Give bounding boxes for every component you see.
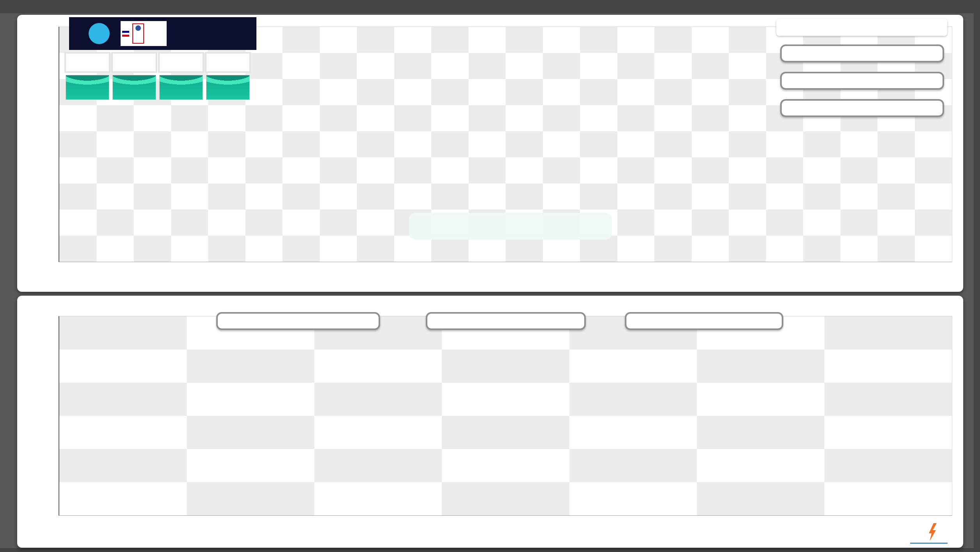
daily-consumption-stat: [780, 44, 944, 62]
ecowatt-logo-bar: [69, 17, 256, 50]
chart-date-label: [409, 213, 612, 240]
site-title: [776, 19, 947, 36]
g2e-tagline-rule: [910, 543, 948, 544]
republique-francaise-badge: [121, 21, 167, 46]
weekly-pmin-stat: [625, 312, 783, 330]
day-button-j1[interactable]: [112, 53, 156, 72]
daily-chart-panel: [17, 15, 963, 292]
weekly-consumption-stat: [216, 312, 380, 330]
ademe-globe-icon: [135, 25, 141, 31]
g2e-logo: [907, 520, 958, 545]
daily-pmax-stat: [780, 72, 944, 90]
forecast-thumbnail-j1[interactable]: [112, 75, 156, 100]
forecast-thumbnail-j2[interactable]: [159, 75, 203, 100]
weekly-chart-panel: [17, 296, 963, 548]
day-selector: [66, 53, 250, 72]
weekly-chart-bars: [59, 316, 952, 515]
forecast-thumbnail-j3[interactable]: [206, 75, 250, 100]
day-button-j[interactable]: [66, 53, 109, 72]
rte-logo-icon: [89, 23, 110, 44]
day-button-j3[interactable]: [206, 53, 250, 72]
window-chrome-top: [0, 0, 980, 13]
daily-pmin-stat: [780, 99, 944, 117]
day-button-j2[interactable]: [159, 53, 203, 72]
weekly-pmax-stat: [426, 312, 586, 330]
window-chrome-right: [974, 0, 980, 552]
ecowatt-forecast-thumbnails: [66, 75, 250, 100]
ademe-badge: [132, 23, 144, 44]
forecast-thumbnail-j[interactable]: [66, 75, 109, 100]
lightning-bolt-icon: [928, 523, 937, 541]
french-flag-icon: [122, 31, 129, 37]
window-chrome-bottom: [0, 548, 980, 552]
